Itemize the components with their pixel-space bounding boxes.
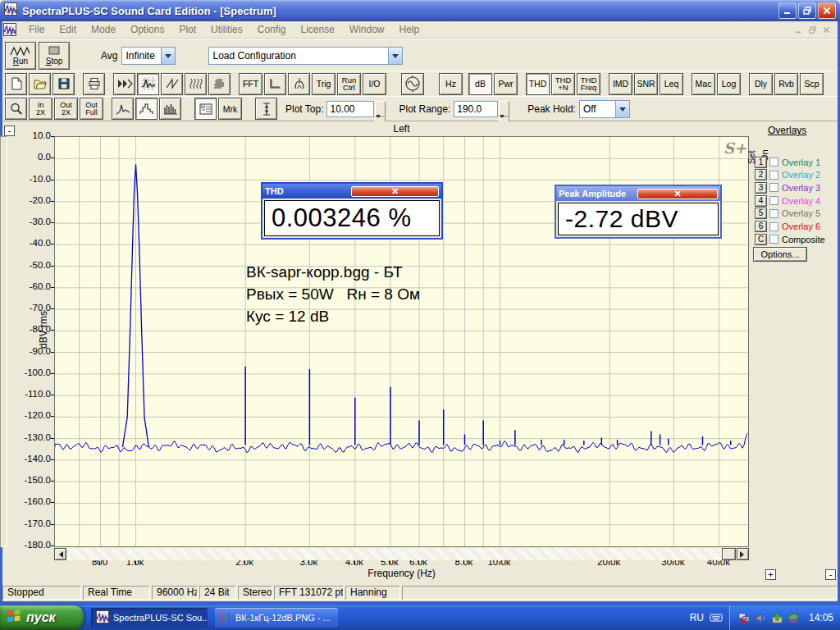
delay-button[interactable]: Dly <box>749 73 773 95</box>
menu-item-file[interactable]: File <box>21 22 52 38</box>
menu-item-help[interactable]: Help <box>392 22 427 38</box>
plot-top-input[interactable] <box>326 101 374 117</box>
task-button-2[interactable]: ВК-1кГц-12dB.PNG - ... <box>215 608 338 628</box>
overlay-checkbox-6[interactable] <box>769 222 778 231</box>
menu-item-mode[interactable]: Mode <box>84 22 123 38</box>
task-button-1[interactable]: SpectraPLUS-SC Sou... <box>91 608 208 628</box>
peak-amplitude-window[interactable]: Peak Amplitude ✕ -2.72 dBV <box>555 185 722 239</box>
fft-settings-button[interactable]: FFT <box>239 73 262 95</box>
open-file-button[interactable] <box>29 73 51 95</box>
update-icon[interactable] <box>771 611 784 624</box>
plot-top-spinner[interactable] <box>375 101 386 117</box>
menu-item-window[interactable]: Window <box>342 22 392 38</box>
expand-plot-button[interactable]: + <box>765 569 776 580</box>
keyboard-icon[interactable] <box>710 611 723 624</box>
snr-button[interactable]: SNR <box>634 73 658 95</box>
avg-combobox[interactable]: Infinite <box>121 47 176 65</box>
scaling-button[interactable] <box>264 73 286 95</box>
bar-plot-button[interactable] <box>135 98 158 120</box>
zoom-out-full-button[interactable]: OutFull <box>80 98 103 120</box>
menu-item-config[interactable]: Config <box>250 22 294 38</box>
signal-generator-button[interactable] <box>401 73 424 95</box>
macro-button[interactable]: Mac <box>692 73 715 95</box>
overlay-checkbox-4[interactable] <box>769 196 778 205</box>
thd-window[interactable]: THD ✕ 0.003246 % <box>261 182 443 240</box>
peak-hold-curve-button[interactable] <box>288 73 310 95</box>
scrollbar-track[interactable] <box>66 548 722 560</box>
overlay-options-button[interactable]: Options... <box>753 247 807 262</box>
io-device-button[interactable]: I/O <box>363 73 386 95</box>
mdi-minimize-button[interactable] <box>792 24 806 36</box>
amplitude-range-button[interactable] <box>255 98 277 120</box>
minimize-button[interactable] <box>778 2 797 19</box>
menu-item-utilities[interactable]: Utilities <box>203 22 250 38</box>
scope-button[interactable]: Scp <box>800 73 824 95</box>
stop-button[interactable]: Stop <box>39 42 70 70</box>
run-control-button[interactable]: RunCtrl <box>337 73 361 95</box>
load-configuration-combobox[interactable]: Load Configuration <box>208 47 403 65</box>
overlay-checkbox-c[interactable] <box>769 235 778 244</box>
overlay-checkbox-1[interactable] <box>769 158 778 167</box>
vertical-scrollbar[interactable] <box>0 136 7 547</box>
marker-button[interactable]: Mrk <box>218 98 242 120</box>
run-button[interactable]: Run <box>5 42 36 70</box>
histogram-plot-button[interactable] <box>159 98 181 120</box>
peak-hold-dropdown-arrow-icon[interactable] <box>615 101 629 117</box>
scroll-left-button[interactable] <box>54 548 66 560</box>
peak-close-icon[interactable]: ✕ <box>637 189 718 199</box>
waterfall-view-button[interactable] <box>185 73 207 95</box>
imd-button[interactable]: IMD <box>609 73 632 95</box>
thd-n-button[interactable]: THD+N <box>551 73 575 95</box>
plot-range-spinner[interactable] <box>499 101 509 117</box>
load-configuration-dropdown-arrow-icon[interactable] <box>388 48 402 64</box>
avg-dropdown-arrow-icon[interactable] <box>161 48 175 64</box>
overlay-set-button-c[interactable]: C <box>755 234 767 245</box>
volume-icon[interactable] <box>755 611 768 624</box>
thd-button[interactable]: THD <box>526 73 550 95</box>
overlay-set-button-4[interactable]: 4 <box>755 195 767 207</box>
zoom-button[interactable] <box>5 98 27 120</box>
peak-window-titlebar[interactable]: Peak Amplitude ✕ <box>556 186 720 201</box>
print-button[interactable] <box>83 73 105 95</box>
zoom-in-2x-button[interactable]: In2X <box>29 98 52 120</box>
taskbar-clock[interactable]: 14:05 <box>809 612 833 623</box>
start-button[interactable]: пуск <box>0 605 84 630</box>
thd-close-icon[interactable]: ✕ <box>351 186 439 197</box>
thd-window-titlebar[interactable]: THD ✕ <box>262 184 441 199</box>
peak-hold-combobox[interactable]: Off <box>579 100 630 118</box>
plot-range-input[interactable] <box>454 101 498 117</box>
overlay-set-button-3[interactable]: 3 <box>755 182 767 194</box>
overlay-set-button-5[interactable]: 5 <box>755 208 767 219</box>
zoom-out-2x-button[interactable]: Out2X <box>54 98 78 120</box>
restore-button[interactable] <box>798 2 816 19</box>
leq-button[interactable]: Leq <box>660 73 683 95</box>
network-disconnected-icon[interactable] <box>738 611 751 624</box>
line-plot-button[interactable] <box>112 98 134 120</box>
overlay-set-button-6[interactable]: 6 <box>755 221 767 232</box>
menu-item-license[interactable]: License <box>293 22 341 38</box>
collapse-plot-button[interactable]: - <box>4 126 15 136</box>
pwr-units-button[interactable]: Pwr <box>494 73 518 95</box>
menu-item-plot[interactable]: Plot <box>171 22 203 38</box>
language-indicator[interactable]: RU <box>690 612 704 623</box>
save-button[interactable] <box>52 73 75 95</box>
overlay-checkbox-3[interactable] <box>769 183 778 192</box>
overlay-set-button-2[interactable]: 2 <box>755 169 767 180</box>
db-units-button[interactable]: dB <box>468 73 492 95</box>
scrollbar-thumb[interactable] <box>722 548 736 560</box>
close-button[interactable] <box>818 2 836 19</box>
phase-view-button[interactable] <box>161 73 183 95</box>
menu-item-edit[interactable]: Edit <box>52 22 84 38</box>
overlay-set-button-1[interactable]: 1 <box>755 157 767 168</box>
overlay-checkbox-5[interactable] <box>769 209 778 218</box>
menu-item-options[interactable]: Options <box>123 22 171 38</box>
spectrum-view-button[interactable] <box>137 73 159 95</box>
thd-freq-button[interactable]: THDFreq <box>577 73 600 95</box>
time-series-button[interactable] <box>113 73 135 95</box>
logging-button[interactable]: Log <box>717 73 741 95</box>
display-options-button[interactable] <box>194 98 217 120</box>
reverb-button[interactable]: Rvb <box>774 73 798 95</box>
trigger-button[interactable]: Trig <box>312 73 336 95</box>
new-file-button[interactable] <box>5 73 27 95</box>
spectrogram-view-button[interactable] <box>208 73 231 95</box>
